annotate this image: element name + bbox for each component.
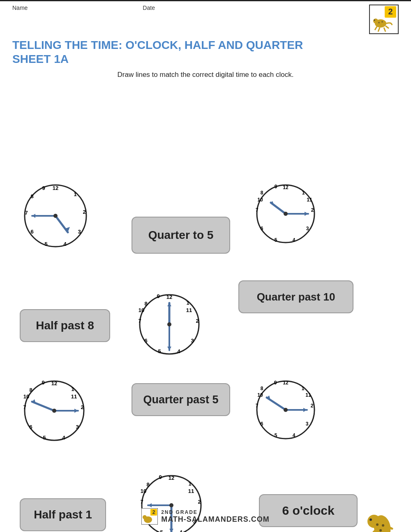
svg-text:11: 11 [186, 307, 192, 313]
svg-text:4: 4 [62, 435, 65, 441]
header: Name Date 2 [0, 1, 411, 34]
clock-2: 12 1 2 3 4 5 6 7 8 9 10 11 [253, 181, 319, 247]
svg-point-116 [169, 503, 173, 507]
instruction-text: Draw lines to match the correct digital … [0, 66, 411, 79]
quarter-past-5-label: Quarter past 5 [132, 383, 230, 416]
svg-text:6: 6 [261, 421, 263, 427]
svg-line-6 [384, 28, 386, 32]
svg-point-44 [284, 212, 288, 216]
date-label: Date [143, 5, 155, 11]
svg-text:2: 2 [83, 209, 85, 215]
svg-text:11: 11 [307, 197, 312, 203]
svg-text:10: 10 [141, 488, 146, 494]
svg-point-8 [374, 20, 375, 21]
svg-line-7 [386, 26, 389, 28]
svg-text:9: 9 [159, 474, 162, 480]
svg-text:12: 12 [166, 294, 172, 300]
page-title: TELLING THE TIME: O'CLOCK, HALF AND QUAR… [0, 34, 411, 66]
svg-text:1: 1 [74, 191, 76, 197]
svg-point-62 [167, 322, 171, 326]
svg-text:12: 12 [283, 185, 289, 190]
quarter-to-5-label: Quarter to 5 [132, 217, 230, 254]
svg-text:5: 5 [275, 433, 277, 438]
svg-text:8: 8 [261, 190, 263, 196]
svg-point-3 [373, 19, 378, 23]
svg-text:12: 12 [283, 380, 289, 386]
svg-text:7: 7 [256, 207, 259, 213]
svg-text:10: 10 [257, 392, 263, 398]
svg-text:2: 2 [196, 318, 199, 324]
svg-text:7: 7 [256, 403, 259, 409]
svg-text:9: 9 [42, 185, 45, 191]
svg-text:11: 11 [188, 488, 194, 494]
svg-line-119 [369, 530, 376, 532]
logo-svg: 2 [370, 5, 398, 33]
svg-text:7: 7 [138, 318, 141, 324]
svg-text:2: 2 [81, 404, 83, 410]
svg-text:2: 2 [311, 207, 314, 213]
footer-site: MATH-SALAMANDERS.COM [161, 515, 270, 524]
svg-text:4: 4 [293, 237, 296, 243]
name-date-row: Name Date [12, 5, 155, 11]
svg-point-132 [143, 515, 147, 519]
svg-text:8: 8 [146, 481, 149, 488]
svg-text:10: 10 [23, 393, 29, 400]
half-past-8-label: Half past 8 [20, 309, 110, 342]
svg-point-80 [52, 409, 56, 413]
svg-text:1: 1 [302, 386, 305, 391]
svg-text:1: 1 [186, 300, 189, 306]
svg-point-26 [53, 214, 58, 218]
svg-text:4: 4 [177, 348, 180, 354]
svg-text:12: 12 [169, 475, 174, 481]
clock-3: 12 1 2 3 4 5 6 7 8 9 10 11 [136, 291, 203, 359]
svg-text:5: 5 [43, 435, 46, 441]
svg-text:1: 1 [188, 481, 191, 487]
svg-text:3: 3 [78, 229, 81, 235]
svg-text:8: 8 [144, 301, 147, 307]
footer-logo-icon: 2 [141, 508, 158, 525]
clock-5: 12 1 2 3 4 5 6 7 8 9 10 11 [253, 377, 319, 443]
svg-text:5: 5 [160, 529, 163, 532]
svg-text:4: 4 [293, 433, 296, 438]
svg-text:10: 10 [139, 307, 144, 313]
svg-text:9: 9 [275, 184, 277, 190]
svg-text:8: 8 [261, 386, 263, 391]
svg-text:3: 3 [191, 338, 194, 344]
svg-text:5: 5 [275, 237, 277, 243]
svg-text:12: 12 [53, 185, 58, 191]
clock-1: 12 1 2 3 4 5 6 7 8 9 [21, 181, 90, 251]
svg-text:1: 1 [71, 386, 74, 392]
svg-text:11: 11 [305, 392, 311, 398]
svg-text:5: 5 [44, 241, 47, 247]
quarter-past-10-label: Quarter past 10 [238, 280, 353, 313]
svg-text:2: 2 [198, 499, 201, 505]
svg-text:6: 6 [30, 229, 33, 235]
svg-text:12: 12 [51, 380, 57, 386]
footer-grade: 2ND GRADE [161, 509, 198, 515]
svg-line-5 [378, 28, 380, 32]
svg-text:9: 9 [274, 380, 277, 386]
svg-text:3: 3 [76, 424, 79, 430]
svg-point-98 [284, 408, 288, 412]
svg-text:6: 6 [261, 226, 263, 231]
svg-text:1: 1 [302, 190, 305, 196]
main-content: 12 1 2 3 4 5 6 7 8 9 12 1 [0, 79, 411, 531]
clock-4: 12 1 2 3 4 5 6 7 8 9 10 11 [21, 377, 88, 445]
svg-text:3: 3 [306, 421, 309, 427]
svg-text:7: 7 [140, 499, 143, 505]
svg-text:4: 4 [63, 241, 67, 247]
footer: 2 2ND GRADE MATH-SALAMANDERS.COM [0, 508, 411, 525]
svg-text:7: 7 [25, 210, 28, 216]
svg-line-4 [375, 26, 377, 30]
svg-text:9: 9 [157, 293, 159, 299]
svg-text:2: 2 [152, 509, 155, 515]
svg-point-125 [382, 524, 384, 527]
svg-point-126 [379, 529, 382, 532]
svg-text:8: 8 [30, 193, 33, 199]
svg-text:6: 6 [144, 338, 147, 344]
logo-box: 2 [369, 5, 399, 34]
svg-text:11: 11 [71, 393, 77, 400]
svg-text:8: 8 [29, 387, 32, 393]
svg-text:6: 6 [29, 424, 32, 430]
svg-text:2: 2 [388, 7, 393, 16]
